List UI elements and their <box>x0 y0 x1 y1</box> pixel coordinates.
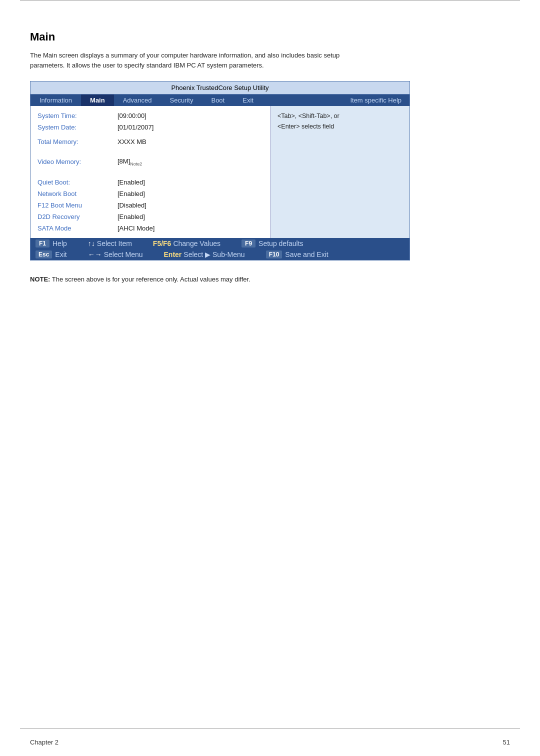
value-system-date: [01/01/2007] <box>118 124 154 131</box>
bios-row-total-memory[interactable]: Total Memory: XXXX MB <box>30 136 270 148</box>
bios-footer: F1 Help ↑↓ Select Item F5/F6 Change Valu… <box>30 238 410 260</box>
label-network-boot: Network Boot <box>38 190 118 198</box>
bios-row-system-time[interactable]: System Time: [09:00:00] <box>30 110 270 122</box>
desc-select-menu: Select Menu <box>104 250 143 258</box>
bios-row-quiet-boot[interactable]: Quiet Boot: [Enabled] <box>30 176 270 188</box>
footer-row-2: Esc Exit ←→ Select Menu Enter Select ▶ S… <box>30 249 410 260</box>
label-quiet-boot: Quiet Boot: <box>38 178 118 186</box>
bios-row-d2d-recovery[interactable]: D2D Recovery [Enabled] <box>30 211 270 222</box>
nav-advanced[interactable]: Advanced <box>114 94 161 106</box>
arrow-leftright: ←→ <box>88 250 102 258</box>
desc-exit: Exit <box>55 250 66 258</box>
help-text: <Tab>, <Shift-Tab>, or <Enter> selects f… <box>278 111 402 132</box>
nav-security[interactable]: Security <box>161 94 202 106</box>
footer-select-item: ↑↓ Select Item <box>88 240 141 248</box>
bios-row-system-date[interactable]: System Date: [01/01/2007] <box>30 122 270 133</box>
footer-f1: F1 Help <box>36 240 76 248</box>
label-d2d-recovery: D2D Recovery <box>38 213 118 220</box>
desc-change-values: Change Values <box>173 240 220 248</box>
label-f12-boot-menu: F12 Boot Menu <box>38 202 118 209</box>
label-sata-mode: SATA Mode <box>38 224 118 232</box>
bios-title: Phoenix TrustedCore Setup Utility <box>30 82 410 94</box>
desc-select-item: Select Item <box>97 240 132 248</box>
bios-row-video-memory[interactable]: Video Memory: [8M]Note2 <box>30 156 270 168</box>
page-description: The Main screen displays a summary of yo… <box>30 50 510 70</box>
footer-enter: Enter Select ▶ Sub-Menu <box>164 250 254 258</box>
value-sata-mode: [AHCI Mode] <box>118 224 154 232</box>
value-d2d-recovery: [Enabled] <box>118 213 145 220</box>
value-quiet-boot: [Enabled] <box>118 178 145 186</box>
footer-chapter: Chapter 2 <box>30 738 58 746</box>
label-system-date: System Date: <box>38 124 118 131</box>
key-f5f6: F5/F6 <box>153 240 172 248</box>
bios-row-f12-boot-menu[interactable]: F12 Boot Menu [Disabled] <box>30 200 270 211</box>
footer-f10: F10 Save and Exit <box>266 250 338 258</box>
footer-f9: F9 Setup defaults <box>242 240 312 248</box>
bios-help-panel: <Tab>, <Shift-Tab>, or <Enter> selects f… <box>270 106 410 238</box>
value-total-memory: XXXX MB <box>118 138 146 146</box>
nav-exit[interactable]: Exit <box>234 94 262 106</box>
label-video-memory: Video Memory: <box>38 158 118 166</box>
page-title: Main <box>30 30 510 44</box>
footer-page-number: 51 <box>503 738 510 746</box>
arrow-updown: ↑↓ <box>88 240 95 248</box>
footer-row-1: F1 Help ↑↓ Select Item F5/F6 Change Valu… <box>30 238 410 249</box>
label-total-memory: Total Memory: <box>38 138 118 146</box>
nav-item-help-right: Item specific Help <box>342 94 410 106</box>
value-network-boot: [Enabled] <box>118 190 145 198</box>
bios-nav: Information Main Advanced Security Boot … <box>30 94 410 106</box>
page-footer: Chapter 2 51 <box>30 738 510 746</box>
bios-panel: Phoenix TrustedCore Setup Utility Inform… <box>30 81 410 260</box>
nav-main[interactable]: Main <box>81 94 114 106</box>
note-text: NOTE: The screen above is for your refer… <box>30 276 510 283</box>
footer-select-menu: ←→ Select Menu <box>88 250 152 258</box>
value-f12-boot-menu: [Disabled] <box>118 202 146 209</box>
nav-information[interactable]: Information <box>30 94 81 106</box>
label-system-time: System Time: <box>38 112 118 120</box>
desc-setup-defaults: Setup defaults <box>258 240 304 248</box>
value-video-memory: [8M]Note2 <box>118 158 142 166</box>
desc-select-submenu: Select ▶ Sub-Menu <box>184 250 244 258</box>
key-esc: Esc <box>36 250 52 258</box>
nav-boot[interactable]: Boot <box>202 94 234 106</box>
bios-body: System Time: [09:00:00] System Date: [01… <box>30 106 410 238</box>
bios-row-sata-mode[interactable]: SATA Mode [AHCI Mode] <box>30 222 270 234</box>
key-f10: F10 <box>266 250 282 258</box>
desc-save-exit: Save and Exit <box>285 250 328 258</box>
bios-row-network-boot[interactable]: Network Boot [Enabled] <box>30 188 270 200</box>
key-enter: Enter <box>164 250 182 258</box>
bios-settings-panel: System Time: [09:00:00] System Date: [01… <box>30 106 270 238</box>
key-f9: F9 <box>242 240 256 248</box>
bottom-divider <box>20 728 520 728</box>
footer-f5f6: F5/F6 Change Values <box>153 240 230 248</box>
footer-esc: Esc Exit <box>36 250 76 258</box>
key-f1: F1 <box>36 240 50 248</box>
value-system-time: [09:00:00] <box>118 112 146 120</box>
desc-help: Help <box>52 240 67 248</box>
